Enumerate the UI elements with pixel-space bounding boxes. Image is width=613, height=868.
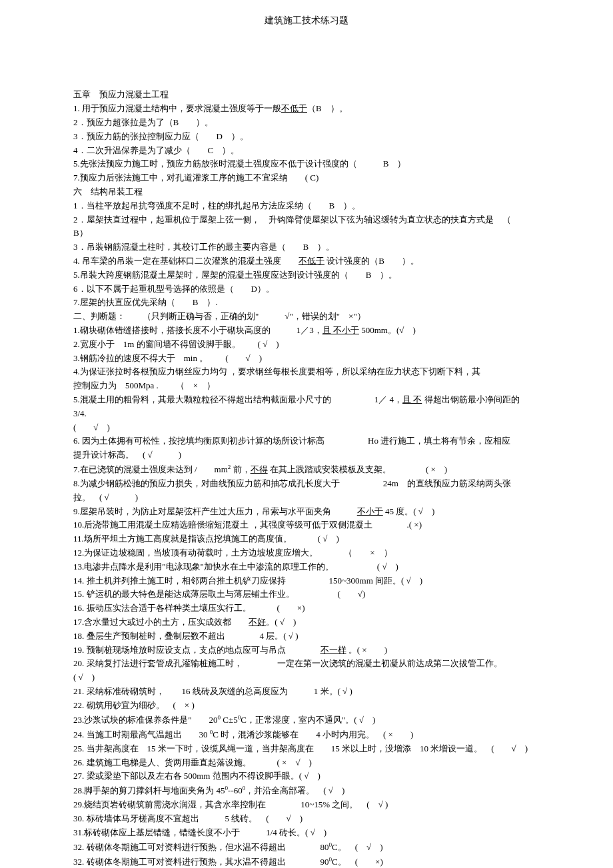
text-segment: 拉。 ( √ ) <box>73 492 138 502</box>
text-segment: 6．以下不属于起重机型号选择的依照是（ <box>73 284 234 294</box>
text-segment: 4. 吊车梁的吊装一定在基础杯口二次灌浆的混凝土强度 <box>73 256 299 266</box>
judge-line: 20. 采纳复打法进行套管成孔灌输桩施工时， 一定在第一次浇筑的混凝土初凝从前达… <box>73 657 540 685</box>
text-segment: 3．吊装钢筋混凝土柱时，其校订工作的最主要内容是（ <box>73 242 286 252</box>
text-segment: 13.电渗井点降水是利用"电泳现象"加快水在土中渗流的原理工作的。 ( √ ) <box>73 562 398 572</box>
text-segment: C ）。 <box>191 145 240 155</box>
text-segment: 6. 因为土体拥有可松性，按挖填均衡原则初步计算的场所设计标高 Ho 进行施工，… <box>73 436 510 446</box>
text-segment: 14. 推土机并列推土施工时，相邻两台推土机铲刀应保持 150~300mm 间距… <box>73 576 422 586</box>
text-segment: 26. 建筑施工电梯是人、货两用垂直起落设施。 ( × √ ) <box>73 757 312 767</box>
judge-line: 提升设计标高。 ( √ ) <box>73 448 540 462</box>
page: 建筑施工技术练习题 五章 预应力混凝土工程 1. 用于预应力混凝土结构中，要求混… <box>0 0 613 868</box>
judge-line: 6. 因为土体拥有可松性，按挖填均衡原则初步计算的场所设计标高 Ho 进行施工，… <box>73 434 540 448</box>
text-segment: 4.为保证张拉时各根预应力钢丝应力均匀 ，要求钢丝每根长度要相等，所以采纳在应力… <box>73 366 480 376</box>
text-segment: B ）. <box>175 297 218 307</box>
judge-line: 26. 建筑施工电梯是人、货两用垂直起落设施。 ( × √ ) <box>73 756 540 770</box>
judge-line: 15. 铲运机的最大特色是能达成薄层取土与薄层铺土作业。 ( √) <box>73 588 540 602</box>
text-segment: 1．当柱平放起吊抗弯强度不足时，柱的绑扎起吊方法应采纳（ <box>73 201 312 211</box>
text-segment: 10.后浇带施工用混凝土应精选赔偿缩短混凝土 ，其强度等级可低于双侧混凝土 .(… <box>73 520 422 530</box>
text-segment: 22. 砌筑用砂宜为细砂。 ( × ) <box>73 700 195 710</box>
chapter5-line: 1. 用于预应力混凝土结构中，要求混凝土强度等于一般不低于（B ）。 <box>73 102 540 116</box>
text-segment: 20. 采纳复打法进行套管成孔灌输桩施工时， 一定在第一次浇筑的混凝土初凝从前达… <box>73 658 589 682</box>
underlined-text: 不低于 <box>299 256 324 266</box>
text-segment: ( C) <box>288 173 319 183</box>
judge-line: 5.混凝土用的粗骨料，其最大颗粒粒径不得超出结构截面最小尺寸的 1／ 4，且 不… <box>73 393 540 421</box>
judge-line: 13.电渗井点降水是利用"电泳现象"加快水在土中渗流的原理工作的。 ( √ ) <box>73 560 540 574</box>
text-segment: 18. 叠层生产预制桩时，叠制层数不超出 4 层。( √ ) <box>73 631 299 641</box>
underlined-text: 且 不 <box>402 394 422 404</box>
judge-line: 2.宽度小于 1m 的窗间墙不得留设脚手眼。 ( √ ) <box>73 338 540 352</box>
text-segment: 16. 振动压实法合适于各样种类土壤压实行工。 ( ×) <box>73 603 305 613</box>
judge-line: 9.屋架吊装时，为防止对屋架弦杆产生过大压力，吊索与水平面夹角 不小于 45 度… <box>73 505 540 519</box>
text-segment: B ）。 <box>286 242 335 252</box>
text-segment: 9.屋架吊装时，为防止对屋架弦杆产生过大压力，吊索与水平面夹角 <box>73 506 357 516</box>
chapter5-line: 3．预应力筋的张拉控制应力应（ D ）。 <box>73 130 540 144</box>
text-segment: 4．二次升温保养是为了减少（ <box>73 145 191 155</box>
chapter6-line: 6．以下不属于起重机型号选择的依照是（ D）。 <box>73 282 540 296</box>
chapter6-title: 六 结构吊装工程 <box>73 185 540 199</box>
text-segment: 7.预应力后张法施工中，对孔道灌浆工序的施工不宜采纳 <box>73 173 288 183</box>
text-segment: 17.含水量过大或过小的土方，压实成效都 <box>73 617 249 627</box>
judge-title: 二、判断题： （只判断正确与否，正确的划" √"，错误的划" ×"） <box>73 310 540 324</box>
judge-line: 30. 标砖墙体马牙槎高度不宜超出 5 线砖。 ( √ ) <box>73 812 540 826</box>
text-segment: ）。 <box>223 131 249 141</box>
text-segment: 7.屋架的扶直应优先采纳（ <box>73 297 175 307</box>
judge-line: 11.场所平坦土方施工高度就是指该点挖填施工的高度值。 ( √ ) <box>73 532 540 546</box>
chapter6-line: 2．屋架扶直过程中，起重机位于屋架上弦一侧， 升钩降臂使屋架以下弦为轴迟缓转为直… <box>73 213 540 241</box>
judge-line: 1.砌块砌体错缝搭接时，搭接长度不小于砌块高度的 1／3，且 不小于 500mm… <box>73 324 540 338</box>
chapter6-line: 5.吊装大跨度钢筋混凝土屋架时，屋架的混凝土强度应达到设计强度的（ B ）。 <box>73 268 540 282</box>
judge-line: 控制应力为 500Mpa . （ × ） <box>73 379 540 393</box>
underlined-text: 不低于 <box>281 103 307 113</box>
text-segment: 1. 用于预应力混凝土结构中，要求混凝土强度等于一般 <box>73 103 281 113</box>
document-body: 五章 预应力混凝土工程 1. 用于预应力混凝土结构中，要求混凝土强度等于一般不低… <box>73 88 540 868</box>
judge-line: 32. 砖砌体冬期施工可对资料进行预热，但水温不得超出 800C。 ( √ ) <box>73 840 540 855</box>
judge-line: 29.烧结页岩砖砌筑前需浇水润湿，其含水率控制在 10~15% 之间。 ( √ … <box>73 798 540 812</box>
text-segment: B ）。 <box>348 270 398 280</box>
underlined-text: 不小于 <box>357 506 383 516</box>
text-segment: 29.烧结页岩砖砌筑前需浇水润湿，其含水率控制在 10~15% 之间。 ( √ … <box>73 799 388 809</box>
text-segment: 5.混凝土用的粗骨料，其最大颗粒粒径不得超出结构截面最小尺寸的 1／ 4， <box>73 394 402 404</box>
chapter5-line: 5.先张法预应力施工时，预应力筋放张时混凝土强度应不低于设计强度的（ B ） <box>73 157 540 171</box>
judge-line: 25. 当井架高度在 15 米一下时，设缆风绳一道，当井架高度在 15 米以上时… <box>73 742 540 756</box>
text-segment: 提升设计标高。 ( √ ) <box>73 450 181 460</box>
judge-line: 17.含水量过大或过小的土方，压实成效都 不好。( √ ) <box>73 616 540 630</box>
text-segment: 15. 铲运机的最大特色是能达成薄层取土与薄层铺土作业。 ( √) <box>73 589 365 599</box>
judge-line: 19. 预制桩现场堆放时应设支点，支点的地点应可与吊点 不一样 。( × ) <box>73 644 540 657</box>
judge-line: 18. 叠层生产预制桩时，叠制层数不超出 4 层。( √ ) <box>73 630 540 644</box>
judge-line: 10.后浇带施工用混凝土应精选赔偿缩短混凝土 ，其强度等级可低于双侧混凝土 .(… <box>73 518 540 532</box>
chapter6-line: 7.屋架的扶直应优先采纳（ B ）. <box>73 296 540 310</box>
text-segment: 500mm。(√ ) <box>359 325 416 335</box>
text-segment: 5.先张法预应力施工时，预应力筋放张时混凝土强度应不低于设计强度的（ <box>73 159 357 169</box>
text-segment: 12.为保证边坡稳固，当坡顶有动荷载时，土方边坡坡度应增大。 （ × ） <box>73 548 392 558</box>
chapter5-line: 4．二次升温保养是为了减少（ C ）。 <box>73 144 540 158</box>
text-segment: 19. 预制桩现场堆放时应设支点，支点的地点应可与吊点 <box>73 645 320 655</box>
text-segment: B ） <box>357 159 406 169</box>
text-segment: 3．预应力筋的张拉控制应力应（ D <box>73 131 223 141</box>
judge-line: 24. 当施工时期最高气温超出 30 0C 时，混淆沙浆能够在 4 小时内用完。… <box>73 727 540 742</box>
text-segment: 11.场所平坦土方施工高度就是指该点挖填施工的高度值。 ( √ ) <box>73 534 339 544</box>
judge-line: 拉。 ( √ ) <box>73 491 540 505</box>
judge-line: ( √ ) <box>73 421 540 435</box>
judge-line: 23.沙浆试块的标准保养条件是" 200 C±50C，正常湿度，室内不通风"。(… <box>73 713 540 727</box>
text-segment: ）。 <box>179 117 213 127</box>
chapter6-line: 4. 吊车梁的吊装一定在基础杯口二次灌浆的混凝土强度 不低于 设计强度的（B ）… <box>73 254 540 268</box>
text-segment: ( √ ) <box>73 422 110 432</box>
text-segment: 31.标砖砌体应上基层错缝，错缝长度不小于 1/4 砖长。( √ ) <box>73 827 326 837</box>
text-segment: 1.砌块砌体错缝搭接时，搭接长度不小于砌块高度的 1／3， <box>73 325 322 335</box>
text-segment: 2．屋架扶直过程中，起重机位于屋架上弦一侧， 升钩降臂使屋架以下弦为轴迟缓转为直… <box>73 215 494 224</box>
underlined-text: 不好 <box>249 617 266 627</box>
judge-line: 7.在已浇筑的混凝土强度未达到 / mm2 前，不得 在其上践踏或安装模板及支架… <box>73 462 540 477</box>
judge-line: 21. 采纳标准砖砌筑时， 16 线砖及灰缝的总高度应为 1 米。( √ ) <box>73 685 540 699</box>
text-segment: B ）。 <box>312 201 361 211</box>
text-segment: 27. 梁或梁垫下部以及左右各 500mm 范围内不得设脚手眼。( √ ) <box>73 771 320 781</box>
chapter5-title: 五章 预应力混凝土工程 <box>73 88 540 102</box>
judge-line: 14. 推土机并列推土施工时，相邻两台推土机铲刀应保持 150~300mm 间距… <box>73 574 540 588</box>
text-segment: D）。 <box>234 284 275 294</box>
judge-line: 3.钢筋冷拉的速度不得大于 min 。 ( √ ) <box>73 352 540 366</box>
chapter5-line: 7.预应力后张法施工中，对孔道灌浆工序的施工不宜采纳 ( C) <box>73 171 540 185</box>
chapter6-line: 3．吊装钢筋混凝土柱时，其校订工作的最主要内容是（ B ）。 <box>73 240 540 254</box>
judge-line: 28.脚手架的剪刀撑斜杆与地面夹角为 450--600，并沿全高部署。 ( √ … <box>73 783 540 798</box>
page-title: 建筑施工技术练习题 <box>73 13 540 28</box>
text-segment: 5.吊装大跨度钢筋混凝土屋架时，屋架的混凝土强度应达到设计强度的（ <box>73 270 348 280</box>
judge-line: 8.为减少钢筋松驰的预应力损失，对曲线预应力筋和抽芯成孔长度大于 24m 的直线… <box>73 477 540 491</box>
text-segment: 30. 标砖墙体马牙槎高度不宜超出 5 线砖。 ( √ ) <box>73 813 303 823</box>
